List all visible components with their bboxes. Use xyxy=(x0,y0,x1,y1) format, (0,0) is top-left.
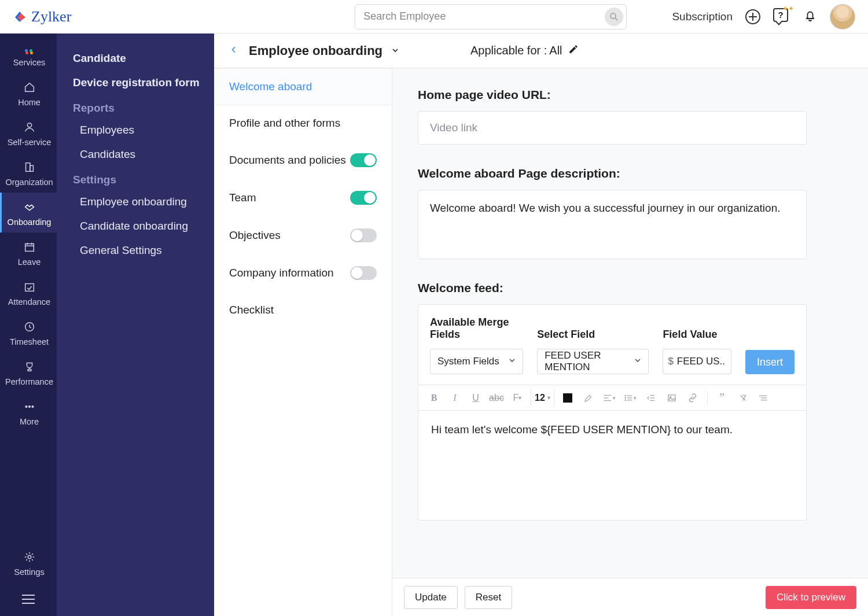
step-toggle[interactable] xyxy=(350,191,377,205)
clear-format-icon xyxy=(738,393,748,403)
reset-button[interactable]: Reset xyxy=(465,586,512,609)
step-team[interactable]: Team xyxy=(214,179,392,217)
rail-home[interactable]: Home xyxy=(0,73,57,113)
step-label: Objectives xyxy=(229,229,281,242)
rail-leave[interactable]: Leave xyxy=(0,233,57,272)
building-icon xyxy=(2,160,57,175)
search-button[interactable] xyxy=(605,8,623,26)
add-icon[interactable] xyxy=(745,9,760,24)
rail-attendance[interactable]: Attendance xyxy=(0,272,57,312)
bell-icon xyxy=(803,9,817,23)
update-button[interactable]: Update xyxy=(404,586,458,609)
step-toggle[interactable] xyxy=(350,228,377,242)
rail-performance[interactable]: Performance xyxy=(0,352,57,392)
align-button[interactable]: ▾ xyxy=(602,390,617,405)
rail-organization[interactable]: Organization xyxy=(0,153,57,193)
edit-applicable-button[interactable] xyxy=(568,44,579,57)
video-url-input[interactable]: Video link xyxy=(418,111,807,145)
step-label: Profile and other forms xyxy=(229,117,340,130)
merge-head-select: Select Field xyxy=(537,329,649,341)
page-desc-textarea[interactable]: Welcome aboard! We wish you a successful… xyxy=(418,190,807,259)
svg-point-0 xyxy=(610,13,616,19)
nav2-candidate-onboarding[interactable]: Candidate onboarding xyxy=(57,214,214,238)
nav2-device-registration[interactable]: Device registration form xyxy=(57,71,214,95)
step-profile-and-other-forms[interactable]: Profile and other forms xyxy=(214,105,392,142)
content-scroll[interactable]: Home page video URL: Video link Welcome … xyxy=(392,68,868,578)
title-dropdown[interactable] xyxy=(391,46,401,56)
merge-available-select[interactable]: System Fields xyxy=(430,349,523,374)
rail-onboarding[interactable]: Onboarding xyxy=(0,193,57,233)
step-objectives[interactable]: Objectives xyxy=(214,217,392,254)
rail-selfservice[interactable]: Self-service xyxy=(0,113,57,153)
rail-label: Organization xyxy=(5,178,53,187)
rail-more[interactable]: More xyxy=(0,392,57,432)
main-panel: Home page video URL: Video link Welcome … xyxy=(392,68,868,616)
applicable-for: Applicable for : All xyxy=(470,44,579,57)
nav2-settings-head: Settings xyxy=(57,167,214,190)
options-icon xyxy=(759,393,769,403)
step-label: Team xyxy=(229,191,256,204)
merge-field-select[interactable]: FEED USER MENTION xyxy=(537,349,649,374)
highlight-button[interactable] xyxy=(581,390,596,405)
rail-collapse[interactable] xyxy=(0,582,57,616)
svg-point-23 xyxy=(625,400,626,401)
quote-button[interactable]: ” xyxy=(715,390,730,405)
preview-button[interactable]: Click to preview xyxy=(766,586,856,609)
nav2-candidate[interactable]: Candidate xyxy=(57,46,214,71)
search-input[interactable] xyxy=(355,4,627,29)
bold-button[interactable]: B xyxy=(426,390,442,405)
steps-panel: Welcome aboardProfile and other formsDoc… xyxy=(214,68,392,616)
rail-services[interactable]: Services xyxy=(0,39,57,73)
underline-button[interactable]: U xyxy=(468,390,483,405)
step-documents-and-policies[interactable]: Documents and policies xyxy=(214,142,392,179)
nav2-general-settings[interactable]: General Settings xyxy=(57,238,214,263)
step-toggle[interactable] xyxy=(350,266,377,280)
subscription-link[interactable]: Subscription xyxy=(672,10,733,23)
svg-point-11 xyxy=(25,406,27,408)
merge-head-value: Field Value xyxy=(663,329,731,341)
rail-label: Self-service xyxy=(8,138,52,147)
rail-settings[interactable]: Settings xyxy=(0,543,57,582)
font-size-button[interactable]: 12▾ xyxy=(531,390,554,405)
nav2-candidates[interactable]: Candidates xyxy=(57,142,214,167)
rail-label: Onboarding xyxy=(8,217,52,227)
list-icon xyxy=(623,393,634,403)
rail-label: More xyxy=(20,417,39,426)
feed-editor[interactable]: Hi team let's welcome ${FEED USER MENTIO… xyxy=(418,410,806,520)
search-icon xyxy=(609,12,619,22)
italic-button[interactable]: I xyxy=(447,390,462,405)
insert-button[interactable]: Insert xyxy=(745,350,795,374)
rail-label: Home xyxy=(18,98,41,107)
user-icon xyxy=(2,120,57,135)
rail-timesheet[interactable]: Timesheet xyxy=(0,312,57,352)
svg-point-14 xyxy=(28,555,31,559)
text-color-button[interactable] xyxy=(560,390,575,405)
step-checklist[interactable]: Checklist xyxy=(214,292,392,329)
image-button[interactable] xyxy=(664,390,679,405)
outdent-button[interactable] xyxy=(643,390,659,405)
step-welcome-aboard[interactable]: Welcome aboard xyxy=(214,68,392,105)
options-button[interactable] xyxy=(756,390,771,405)
list-button[interactable]: ▾ xyxy=(623,390,638,405)
rail-label: Attendance xyxy=(8,297,50,307)
rail-label: Services xyxy=(13,58,46,67)
help-button[interactable]: ? ✦✦ xyxy=(773,8,790,25)
applicable-prefix: Applicable for : xyxy=(470,44,547,57)
logo-mark-icon xyxy=(13,9,28,24)
strikethrough-button[interactable]: abc xyxy=(489,390,504,405)
merge-field-value[interactable]: $FEED US.. xyxy=(663,349,731,374)
nav2-employees[interactable]: Employees xyxy=(57,118,214,142)
nav2-employee-onboarding[interactable]: Employee onboarding xyxy=(57,190,214,214)
font-family-button[interactable]: F▾ xyxy=(510,390,525,405)
page-title: Employee onboarding xyxy=(249,43,382,58)
sparkle-icon: ✦✦ xyxy=(782,5,794,13)
link-button[interactable] xyxy=(685,390,700,405)
user-avatar[interactable] xyxy=(830,4,855,29)
notifications-button[interactable] xyxy=(803,9,817,25)
clear-format-button[interactable] xyxy=(735,390,751,405)
back-button[interactable] xyxy=(229,45,238,57)
step-company-information[interactable]: Company information xyxy=(214,254,392,292)
pencil-icon xyxy=(568,44,579,54)
dollar-icon: $ xyxy=(668,356,673,367)
step-toggle[interactable] xyxy=(350,153,377,167)
